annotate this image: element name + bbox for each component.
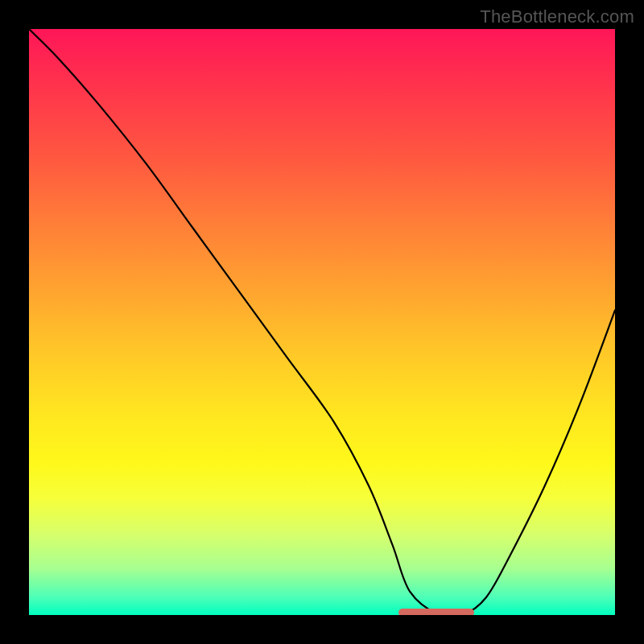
watermark-text: TheBottleneck.com bbox=[480, 6, 634, 27]
bottleneck-curve bbox=[29, 29, 615, 615]
plot-area bbox=[29, 29, 615, 615]
optimal-range-marker bbox=[398, 609, 475, 615]
